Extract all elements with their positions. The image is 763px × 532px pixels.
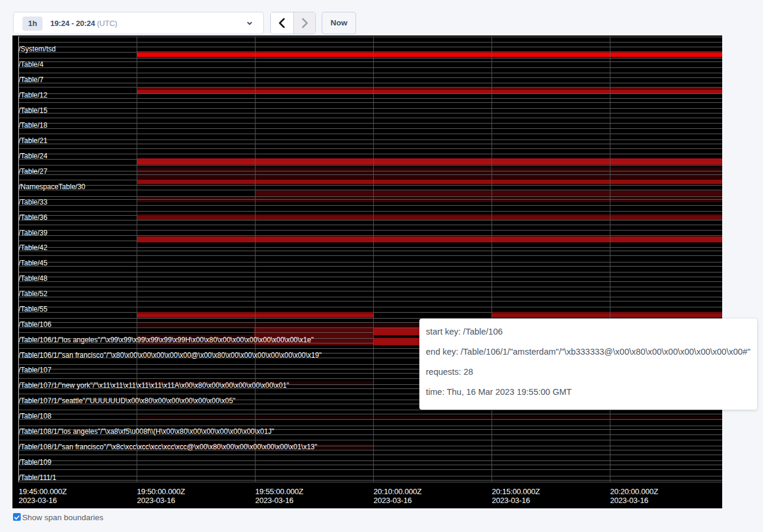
svg-text:/Table/7: /Table/7 [19, 76, 44, 84]
svg-text:/Table/107/1/"new york"/"\x11\: /Table/107/1/"new york"/"\x11\x11\x11\x1… [19, 381, 289, 390]
svg-text:/Table/106/1/"los angeles"/"\x: /Table/106/1/"los angeles"/"\x99\x99\x99… [19, 336, 314, 344]
svg-text:/Table/52: /Table/52 [19, 290, 48, 298]
svg-text:19:55:00.000Z: 19:55:00.000Z [256, 487, 304, 496]
svg-text:/Table/55: /Table/55 [19, 305, 48, 313]
svg-text:2023-03-16: 2023-03-16 [374, 496, 412, 505]
svg-text:/Table/27: /Table/27 [19, 167, 48, 176]
svg-text:2023-03-16: 2023-03-16 [256, 496, 294, 505]
svg-text:/Table/48: /Table/48 [19, 274, 48, 283]
svg-text:/Table/33: /Table/33 [19, 198, 48, 206]
svg-text:/System/tsd: /System/tsd [19, 45, 56, 53]
svg-text:2023-03-16: 2023-03-16 [492, 496, 531, 505]
svg-text:20:20:00.000Z: 20:20:00.000Z [610, 487, 659, 496]
svg-text:/Table/4: /Table/4 [19, 60, 44, 69]
svg-text:/Table/12: /Table/12 [19, 91, 48, 99]
svg-text:/Table/36: /Table/36 [19, 213, 48, 222]
svg-text:/Table/45: /Table/45 [19, 259, 48, 267]
svg-text:/Table/107/1/"seattle"/"UUUUUU: /Table/107/1/"seattle"/"UUUUUUD\x00\x80\… [19, 397, 236, 405]
svg-text:/NamespaceTable/30: /NamespaceTable/30 [19, 183, 86, 191]
svg-text:20:10:00.000Z: 20:10:00.000Z [374, 487, 422, 496]
svg-text:/Table/108: /Table/108 [19, 412, 52, 420]
svg-text:/Table/109: /Table/109 [19, 458, 52, 466]
svg-text:/Table/18: /Table/18 [19, 121, 48, 129]
svg-text:20:15:00.000Z: 20:15:00.000Z [492, 487, 541, 496]
svg-text:2023-03-16: 2023-03-16 [19, 496, 57, 505]
svg-text:2023-03-16: 2023-03-16 [610, 496, 649, 505]
svg-text:/Table/106: /Table/106 [19, 320, 52, 329]
svg-text:/Table/106/1/"san francisco"/": /Table/106/1/"san francisco"/"\x80\x00\x… [19, 351, 322, 359]
svg-text:/Table/15: /Table/15 [19, 106, 48, 115]
svg-text:/Table/21: /Table/21 [19, 137, 48, 145]
svg-text:/Table/108/1/"los angeles"/"\x: /Table/108/1/"los angeles"/"\xa8\xf5\u00… [19, 427, 274, 436]
svg-text:2023-03-16: 2023-03-16 [137, 496, 176, 505]
svg-text:/Table/24: /Table/24 [19, 152, 48, 160]
svg-text:/Table/107: /Table/107 [19, 366, 52, 374]
svg-text:/Table/108/1/"san francisco"/": /Table/108/1/"san francisco"/"\x8c\xcc\x… [19, 443, 318, 451]
svg-text:/Table/111/1: /Table/111/1 [19, 473, 57, 482]
svg-text:19:50:00.000Z: 19:50:00.000Z [137, 487, 186, 496]
svg-text:19:45:00.000Z: 19:45:00.000Z [19, 487, 67, 496]
svg-text:/Table/39: /Table/39 [19, 229, 48, 237]
svg-text:/Table/42: /Table/42 [19, 244, 48, 252]
